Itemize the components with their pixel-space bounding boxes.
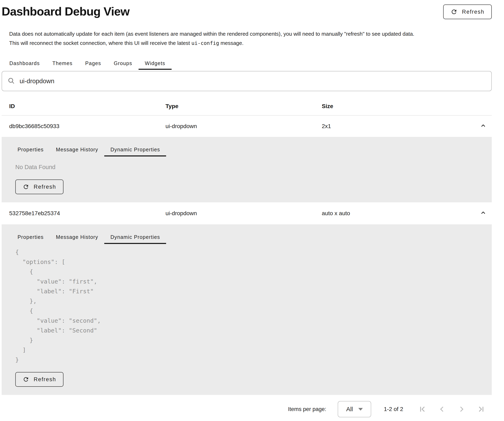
no-data-message: No Data Found bbox=[15, 164, 492, 171]
dropdown-arrow-icon bbox=[358, 408, 363, 411]
panel2-tab-dynamic-properties-label: Dynamic Properties bbox=[110, 234, 160, 240]
panel2-tab-message-history-label: Message History bbox=[56, 234, 98, 240]
description: Data does not automatically update for e… bbox=[9, 29, 492, 48]
widget-id: 532758e17eb25374 bbox=[9, 210, 166, 217]
panel1-tab-dynamic-properties[interactable]: Dynamic Properties bbox=[104, 142, 166, 156]
widget-size: 2x1 bbox=[322, 123, 465, 130]
widget-id: db9bc36685c50933 bbox=[9, 123, 166, 130]
panel2-tab-message-history[interactable]: Message History bbox=[50, 230, 104, 244]
refresh-icon bbox=[450, 8, 457, 15]
widget-type: ui-dropdown bbox=[166, 210, 322, 217]
pagination-controls bbox=[418, 405, 486, 414]
tab-groups[interactable]: Groups bbox=[107, 57, 138, 70]
search-box bbox=[2, 71, 492, 91]
description-line2: This will reconnect the socket connectio… bbox=[9, 40, 191, 46]
panel2-refresh-button[interactable]: Refresh bbox=[15, 372, 63, 387]
panel1-tab-properties[interactable]: Properties bbox=[12, 142, 50, 156]
tab-widgets[interactable]: Widgets bbox=[138, 57, 172, 70]
widget-detail-panel-2: Properties Message History Dynamic Prope… bbox=[2, 224, 492, 395]
panel1-refresh-label: Refresh bbox=[34, 184, 56, 190]
next-page-button[interactable] bbox=[457, 405, 466, 414]
description-line1: Data does not automatically update for e… bbox=[9, 31, 414, 37]
top-bar: Dashboard Debug View Refresh bbox=[2, 0, 492, 19]
chevron-up-icon bbox=[480, 122, 486, 130]
column-header-id: ID bbox=[9, 103, 166, 110]
search-input[interactable] bbox=[20, 77, 486, 85]
refresh-icon bbox=[23, 184, 29, 190]
description-line2-end: message. bbox=[219, 40, 244, 46]
widget-row-2[interactable]: 532758e17eb25374 ui-dropdown auto x auto bbox=[2, 202, 492, 224]
panel1-tab-message-history[interactable]: Message History bbox=[50, 142, 104, 156]
widget-row-1[interactable]: db9bc36685c50933 ui-dropdown 2x1 bbox=[2, 116, 492, 137]
panel1-tab-bar: Properties Message History Dynamic Prope… bbox=[12, 142, 492, 156]
dynamic-properties-json: { "options": [ { "value": "first", "labe… bbox=[15, 247, 492, 365]
last-page-button[interactable] bbox=[477, 405, 486, 414]
first-page-icon bbox=[418, 405, 427, 414]
search-icon bbox=[7, 77, 15, 85]
chevron-left-icon bbox=[438, 405, 446, 414]
tab-widgets-label: Widgets bbox=[145, 60, 165, 66]
collapse-row-button-1[interactable] bbox=[480, 122, 492, 130]
panel1-tab-dynamic-properties-label: Dynamic Properties bbox=[110, 147, 160, 153]
refresh-icon bbox=[23, 376, 29, 383]
items-per-page-label: Items per page: bbox=[288, 406, 326, 412]
page-title: Dashboard Debug View bbox=[2, 5, 130, 18]
collapse-row-button-2[interactable] bbox=[480, 209, 492, 217]
tab-dashboards-label: Dashboards bbox=[9, 60, 40, 66]
dashboard-debug-view: Dashboard Debug View Refresh Data does n… bbox=[0, 0, 504, 421]
chevron-right-icon bbox=[457, 405, 466, 414]
panel2-tab-properties-label: Properties bbox=[18, 234, 44, 240]
panel2-tab-bar: Properties Message History Dynamic Prope… bbox=[12, 230, 492, 244]
tab-themes-label: Themes bbox=[53, 60, 73, 66]
main-tab-bar: Dashboards Themes Pages Groups Widgets bbox=[2, 57, 492, 70]
items-per-page-select[interactable]: All bbox=[338, 401, 371, 417]
tab-themes[interactable]: Themes bbox=[46, 57, 79, 70]
ui-config-code: ui-config bbox=[191, 40, 219, 46]
pagination-range: 1-2 of 2 bbox=[384, 406, 403, 412]
widget-detail-panel-1: Properties Message History Dynamic Prope… bbox=[2, 137, 492, 202]
tab-pages-label: Pages bbox=[85, 60, 101, 66]
items-per-page-value: All bbox=[346, 406, 353, 413]
previous-page-button[interactable] bbox=[438, 405, 446, 414]
chevron-up-icon bbox=[480, 209, 486, 217]
column-header-size: Size bbox=[322, 103, 465, 110]
refresh-button-label: Refresh bbox=[462, 9, 484, 15]
panel2-tab-properties[interactable]: Properties bbox=[12, 230, 50, 244]
panel1-tab-message-history-label: Message History bbox=[56, 147, 98, 153]
column-header-type: Type bbox=[166, 103, 322, 110]
tab-pages[interactable]: Pages bbox=[79, 57, 108, 70]
first-page-button[interactable] bbox=[418, 405, 427, 414]
panel1-tab-properties-label: Properties bbox=[18, 147, 44, 153]
table-header: ID Type Size bbox=[2, 97, 492, 116]
table-pagination: Items per page: All 1-2 of 2 bbox=[2, 395, 492, 421]
refresh-button[interactable]: Refresh bbox=[443, 5, 492, 19]
tab-dashboards[interactable]: Dashboards bbox=[3, 57, 46, 70]
widget-size: auto x auto bbox=[322, 210, 465, 217]
panel2-tab-dynamic-properties[interactable]: Dynamic Properties bbox=[104, 230, 166, 244]
panel2-refresh-label: Refresh bbox=[34, 376, 56, 383]
panel1-refresh-button[interactable]: Refresh bbox=[15, 179, 63, 194]
tab-groups-label: Groups bbox=[114, 60, 132, 66]
last-page-icon bbox=[477, 405, 486, 414]
widget-type: ui-dropdown bbox=[166, 123, 322, 130]
